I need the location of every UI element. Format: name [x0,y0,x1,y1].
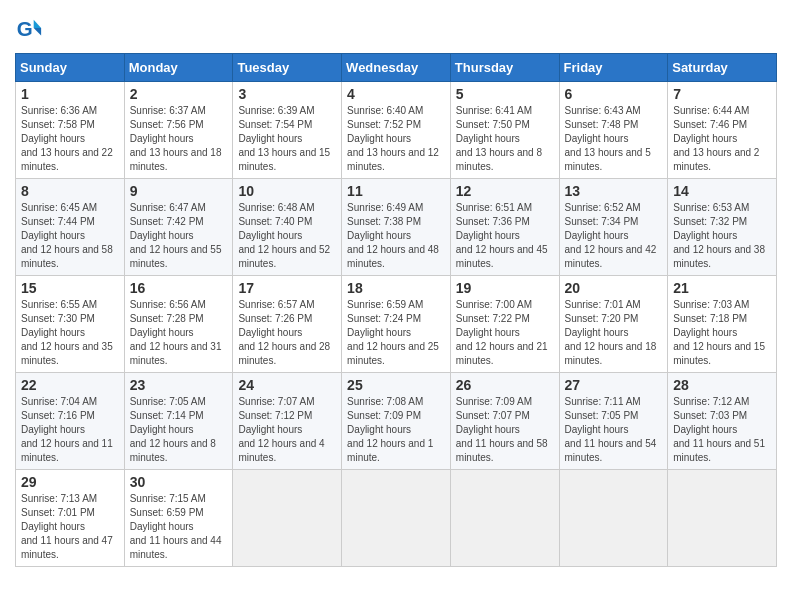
day-number: 26 [456,377,554,393]
day-info: Sunrise: 7:07 AM Sunset: 7:12 PM Dayligh… [238,395,336,465]
day-number: 29 [21,474,119,490]
day-number: 8 [21,183,119,199]
day-info: Sunrise: 6:37 AM Sunset: 7:56 PM Dayligh… [130,104,228,174]
col-tuesday: Tuesday [233,54,342,82]
day-number: 28 [673,377,771,393]
calendar-week-4: 22 Sunrise: 7:04 AM Sunset: 7:16 PM Dayl… [16,373,777,470]
day-info: Sunrise: 7:00 AM Sunset: 7:22 PM Dayligh… [456,298,554,368]
day-info: Sunrise: 6:43 AM Sunset: 7:48 PM Dayligh… [565,104,663,174]
day-cell-19: 19 Sunrise: 7:00 AM Sunset: 7:22 PM Dayl… [450,276,559,373]
day-number: 25 [347,377,445,393]
day-cell-3: 3 Sunrise: 6:39 AM Sunset: 7:54 PM Dayli… [233,82,342,179]
day-cell-9: 9 Sunrise: 6:47 AM Sunset: 7:42 PM Dayli… [124,179,233,276]
day-cell-27: 27 Sunrise: 7:11 AM Sunset: 7:05 PM Dayl… [559,373,668,470]
day-number: 11 [347,183,445,199]
day-info: Sunrise: 7:03 AM Sunset: 7:18 PM Dayligh… [673,298,771,368]
day-info: Sunrise: 7:01 AM Sunset: 7:20 PM Dayligh… [565,298,663,368]
day-cell-24: 24 Sunrise: 7:07 AM Sunset: 7:12 PM Dayl… [233,373,342,470]
empty-cell [233,470,342,567]
day-cell-16: 16 Sunrise: 6:56 AM Sunset: 7:28 PM Dayl… [124,276,233,373]
day-info: Sunrise: 6:55 AM Sunset: 7:30 PM Dayligh… [21,298,119,368]
svg-text:G: G [17,17,33,40]
day-cell-14: 14 Sunrise: 6:53 AM Sunset: 7:32 PM Dayl… [668,179,777,276]
empty-cell [559,470,668,567]
day-cell-13: 13 Sunrise: 6:52 AM Sunset: 7:34 PM Dayl… [559,179,668,276]
day-info: Sunrise: 6:41 AM Sunset: 7:50 PM Dayligh… [456,104,554,174]
day-cell-21: 21 Sunrise: 7:03 AM Sunset: 7:18 PM Dayl… [668,276,777,373]
day-info: Sunrise: 6:57 AM Sunset: 7:26 PM Dayligh… [238,298,336,368]
col-wednesday: Wednesday [342,54,451,82]
day-cell-26: 26 Sunrise: 7:09 AM Sunset: 7:07 PM Dayl… [450,373,559,470]
day-cell-30: 30 Sunrise: 7:15 AM Sunset: 6:59 PM Dayl… [124,470,233,567]
day-number: 2 [130,86,228,102]
col-sunday: Sunday [16,54,125,82]
day-number: 7 [673,86,771,102]
day-info: Sunrise: 6:39 AM Sunset: 7:54 PM Dayligh… [238,104,336,174]
day-number: 13 [565,183,663,199]
calendar-table: Sunday Monday Tuesday Wednesday Thursday… [15,53,777,567]
day-info: Sunrise: 6:44 AM Sunset: 7:46 PM Dayligh… [673,104,771,174]
day-info: Sunrise: 7:12 AM Sunset: 7:03 PM Dayligh… [673,395,771,465]
day-cell-12: 12 Sunrise: 6:51 AM Sunset: 7:36 PM Dayl… [450,179,559,276]
col-saturday: Saturday [668,54,777,82]
day-number: 10 [238,183,336,199]
day-number: 1 [21,86,119,102]
day-cell-17: 17 Sunrise: 6:57 AM Sunset: 7:26 PM Dayl… [233,276,342,373]
day-info: Sunrise: 6:59 AM Sunset: 7:24 PM Dayligh… [347,298,445,368]
day-cell-20: 20 Sunrise: 7:01 AM Sunset: 7:20 PM Dayl… [559,276,668,373]
col-thursday: Thursday [450,54,559,82]
day-cell-29: 29 Sunrise: 7:13 AM Sunset: 7:01 PM Dayl… [16,470,125,567]
day-info: Sunrise: 6:53 AM Sunset: 7:32 PM Dayligh… [673,201,771,271]
day-cell-23: 23 Sunrise: 7:05 AM Sunset: 7:14 PM Dayl… [124,373,233,470]
calendar-week-5: 29 Sunrise: 7:13 AM Sunset: 7:01 PM Dayl… [16,470,777,567]
day-cell-1: 1 Sunrise: 6:36 AM Sunset: 7:58 PM Dayli… [16,82,125,179]
day-number: 5 [456,86,554,102]
day-number: 22 [21,377,119,393]
day-number: 9 [130,183,228,199]
day-cell-6: 6 Sunrise: 6:43 AM Sunset: 7:48 PM Dayli… [559,82,668,179]
day-cell-5: 5 Sunrise: 6:41 AM Sunset: 7:50 PM Dayli… [450,82,559,179]
calendar-week-2: 8 Sunrise: 6:45 AM Sunset: 7:44 PM Dayli… [16,179,777,276]
day-number: 6 [565,86,663,102]
day-number: 3 [238,86,336,102]
day-number: 4 [347,86,445,102]
day-number: 17 [238,280,336,296]
empty-cell [668,470,777,567]
day-number: 19 [456,280,554,296]
day-info: Sunrise: 6:36 AM Sunset: 7:58 PM Dayligh… [21,104,119,174]
day-info: Sunrise: 6:56 AM Sunset: 7:28 PM Dayligh… [130,298,228,368]
day-cell-10: 10 Sunrise: 6:48 AM Sunset: 7:40 PM Dayl… [233,179,342,276]
day-cell-2: 2 Sunrise: 6:37 AM Sunset: 7:56 PM Dayli… [124,82,233,179]
day-cell-15: 15 Sunrise: 6:55 AM Sunset: 7:30 PM Dayl… [16,276,125,373]
col-friday: Friday [559,54,668,82]
logo: G [15,15,47,43]
day-number: 14 [673,183,771,199]
day-info: Sunrise: 7:09 AM Sunset: 7:07 PM Dayligh… [456,395,554,465]
day-info: Sunrise: 6:51 AM Sunset: 7:36 PM Dayligh… [456,201,554,271]
empty-cell [342,470,451,567]
col-monday: Monday [124,54,233,82]
day-cell-25: 25 Sunrise: 7:08 AM Sunset: 7:09 PM Dayl… [342,373,451,470]
logo-icon: G [15,15,43,43]
day-cell-18: 18 Sunrise: 6:59 AM Sunset: 7:24 PM Dayl… [342,276,451,373]
day-info: Sunrise: 7:04 AM Sunset: 7:16 PM Dayligh… [21,395,119,465]
day-cell-11: 11 Sunrise: 6:49 AM Sunset: 7:38 PM Dayl… [342,179,451,276]
calendar-week-1: 1 Sunrise: 6:36 AM Sunset: 7:58 PM Dayli… [16,82,777,179]
day-info: Sunrise: 6:45 AM Sunset: 7:44 PM Dayligh… [21,201,119,271]
day-cell-8: 8 Sunrise: 6:45 AM Sunset: 7:44 PM Dayli… [16,179,125,276]
svg-marker-1 [34,20,41,28]
day-info: Sunrise: 6:48 AM Sunset: 7:40 PM Dayligh… [238,201,336,271]
day-number: 23 [130,377,228,393]
day-info: Sunrise: 6:52 AM Sunset: 7:34 PM Dayligh… [565,201,663,271]
day-number: 20 [565,280,663,296]
day-info: Sunrise: 6:40 AM Sunset: 7:52 PM Dayligh… [347,104,445,174]
header-row: Sunday Monday Tuesday Wednesday Thursday… [16,54,777,82]
day-number: 18 [347,280,445,296]
day-info: Sunrise: 7:11 AM Sunset: 7:05 PM Dayligh… [565,395,663,465]
day-number: 12 [456,183,554,199]
day-info: Sunrise: 7:05 AM Sunset: 7:14 PM Dayligh… [130,395,228,465]
svg-marker-2 [34,28,41,35]
day-number: 16 [130,280,228,296]
calendar-week-3: 15 Sunrise: 6:55 AM Sunset: 7:30 PM Dayl… [16,276,777,373]
day-cell-22: 22 Sunrise: 7:04 AM Sunset: 7:16 PM Dayl… [16,373,125,470]
